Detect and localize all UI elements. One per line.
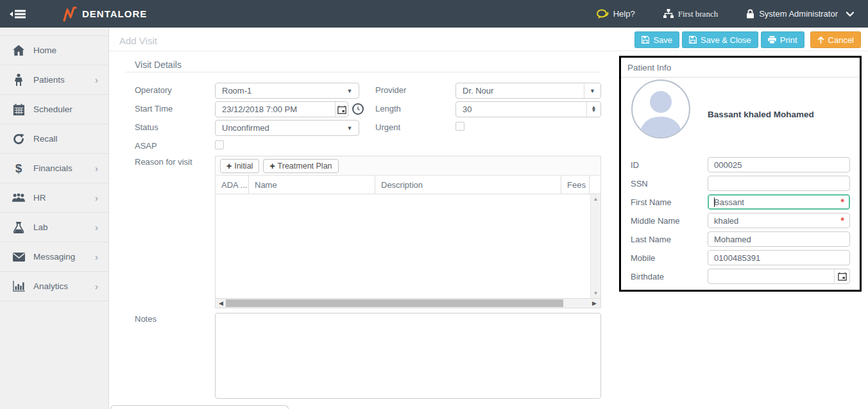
- submenu-chevron-icon: ›: [95, 193, 98, 203]
- help-menu[interactable]: Help?: [597, 9, 635, 19]
- reason-toolbar: + Initial + Treatment Plan: [216, 156, 600, 175]
- birthdate-label: Birthdate: [631, 272, 664, 281]
- save-close-button[interactable]: Save & Close: [682, 31, 758, 48]
- mobile-label: Mobile: [631, 253, 655, 263]
- column-header-name[interactable]: Name: [249, 176, 375, 194]
- start-time-text[interactable]: [216, 102, 335, 117]
- print-button[interactable]: Print: [761, 31, 804, 48]
- sidebar-item-label: Recall: [33, 134, 58, 144]
- home-icon: [12, 45, 26, 56]
- horizontal-scrollbar[interactable]: ◀ ▶: [216, 298, 600, 308]
- spinner-up-down-icon[interactable]: ▲▼: [586, 102, 600, 117]
- column-header-description[interactable]: Description: [375, 176, 561, 194]
- grid-body-empty: ▲ ▼: [216, 194, 600, 298]
- lab-flask-icon: [12, 222, 26, 233]
- provider-select[interactable]: Dr. Nour ▼: [455, 83, 601, 99]
- sidebar-item-lab[interactable]: Lab ›: [0, 213, 108, 242]
- printer-icon: [768, 36, 776, 44]
- middle-name-label: Middle Name: [631, 216, 680, 226]
- submenu-chevron-icon: ›: [95, 163, 98, 173]
- user-menu[interactable]: System Administrator: [746, 9, 854, 19]
- submenu-chevron-icon: ›: [95, 75, 98, 85]
- asap-checkbox[interactable]: [215, 140, 224, 149]
- mobile-field[interactable]: [708, 250, 850, 265]
- add-initial-button[interactable]: + Initial: [220, 159, 259, 173]
- sidebar-item-recall[interactable]: Recall: [0, 124, 108, 154]
- brand-logo: DENTALORE: [63, 6, 147, 22]
- user-label: System Administrator: [759, 9, 838, 19]
- sidebar-item-hr[interactable]: HR ›: [0, 183, 108, 213]
- urgent-checkbox[interactable]: [455, 122, 464, 131]
- start-time-input[interactable]: [215, 101, 348, 117]
- operatory-select[interactable]: Room-1 ▼: [215, 83, 359, 99]
- notes-textarea[interactable]: [215, 313, 601, 399]
- chevron-down-icon: ▼: [341, 125, 359, 131]
- middle-name-field[interactable]: *: [708, 213, 850, 228]
- bottom-partial-panel: [110, 405, 289, 409]
- column-header-spacer: [590, 176, 600, 194]
- sidebar-item-scheduler[interactable]: Scheduler: [0, 95, 108, 124]
- save-button[interactable]: Save: [634, 31, 679, 48]
- calendar-icon: [12, 104, 26, 115]
- scroll-left-icon[interactable]: ◀: [219, 299, 223, 308]
- lock-icon: [746, 9, 754, 19]
- column-header-fees[interactable]: Fees: [561, 176, 590, 194]
- add-treatment-plan-button[interactable]: + Treatment Plan: [263, 159, 338, 173]
- last-name-field[interactable]: [708, 231, 850, 247]
- patient-avatar: [631, 79, 690, 138]
- status-label: Status: [135, 122, 158, 132]
- header-divider: [109, 51, 868, 51]
- length-spinner[interactable]: 30 ▲▼: [455, 101, 601, 117]
- top-bar: DENTALORE Help? First branch: [0, 0, 868, 28]
- people-group-icon: [12, 193, 26, 203]
- ssn-field[interactable]: [708, 176, 850, 191]
- save-floppy-icon: [642, 36, 649, 44]
- last-name-label: Last Name: [631, 235, 671, 244]
- envelope-icon: [12, 253, 26, 262]
- sidebar-item-financials[interactable]: $ Financials ›: [0, 154, 108, 183]
- main-content: Add Visit Save Save & Close Print Cancel…: [109, 28, 868, 409]
- cancel-arrow-icon: [817, 36, 824, 44]
- patient-full-name: Bassant khaled Mohamed: [708, 110, 814, 119]
- bar-chart-icon: [12, 281, 26, 292]
- sidebar-item-analytics[interactable]: Analytics ›: [0, 272, 108, 301]
- status-select[interactable]: Unconfirmed ▼: [215, 120, 359, 136]
- sidebar-collapse-button[interactable]: [9, 9, 26, 19]
- time-picker-icon[interactable]: [352, 103, 364, 115]
- cancel-button[interactable]: Cancel: [810, 31, 861, 48]
- brand-name: DENTALORE: [82, 8, 147, 19]
- branch-label: First branch: [678, 9, 718, 19]
- sidebar-item-label: Analytics: [33, 281, 68, 291]
- sidebar: Home Patients › Scheduler Recall: [0, 28, 109, 409]
- sidebar-item-label: Home: [33, 46, 56, 55]
- sidebar-item-messaging[interactable]: Messaging ›: [0, 242, 108, 272]
- first-name-field[interactable]: *: [708, 194, 850, 210]
- scroll-up-icon[interactable]: ▲: [593, 196, 599, 202]
- first-name-label: First Name: [631, 197, 672, 207]
- scroll-right-icon[interactable]: ▶: [592, 299, 597, 308]
- calendar-picker-icon[interactable]: [834, 269, 849, 283]
- sidebar-item-label: Patients: [33, 75, 65, 85]
- required-asterisk: *: [841, 197, 849, 206]
- birthdate-field[interactable]: [708, 269, 850, 284]
- start-time-label: Start Time: [135, 104, 173, 113]
- id-field[interactable]: [708, 157, 850, 172]
- ssn-label: SSN: [631, 179, 648, 188]
- scroll-down-icon[interactable]: ▼: [593, 290, 599, 296]
- sidebar-item-label: Messaging: [33, 252, 75, 262]
- submenu-chevron-icon: ›: [95, 252, 98, 262]
- branch-menu[interactable]: First branch: [663, 9, 718, 19]
- sidebar-item-label: Scheduler: [33, 104, 72, 114]
- vertical-scrollbar[interactable]: ▲ ▼: [590, 194, 600, 298]
- sidebar-item-home[interactable]: Home: [0, 36, 108, 65]
- notes-label: Notes: [135, 314, 157, 324]
- user-chevron-down-icon: [846, 12, 854, 17]
- dentalore-logo-icon: [63, 6, 77, 22]
- scrollbar-thumb[interactable]: [226, 299, 563, 307]
- calendar-picker-icon[interactable]: [335, 102, 348, 117]
- sidebar-item-patients[interactable]: Patients ›: [0, 65, 108, 95]
- operatory-label: Operatory: [135, 85, 172, 95]
- reason-grid: + Initial + Treatment Plan ADA ... Name …: [215, 156, 601, 308]
- column-header-ada[interactable]: ADA ...: [216, 176, 249, 194]
- plus-icon: +: [269, 161, 275, 171]
